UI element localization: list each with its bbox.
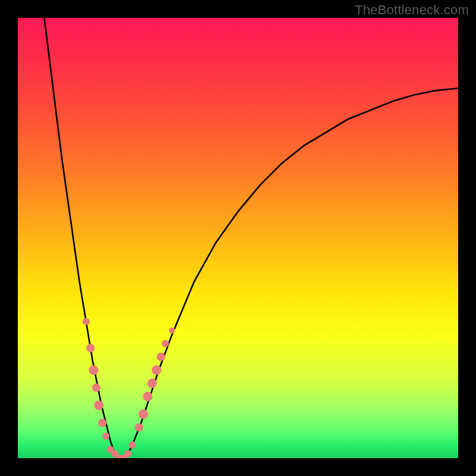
highlight-dot — [98, 419, 107, 427]
highlight-dot — [89, 365, 98, 375]
highlight-dot — [129, 441, 136, 449]
watermark-text: TheBottleneck.com — [355, 2, 469, 18]
highlight-dot — [148, 378, 157, 388]
chart-frame: TheBottleneck.com — [0, 0, 476, 476]
plot-area — [18, 18, 458, 458]
highlight-dot — [135, 423, 143, 431]
highlight-dot — [139, 409, 148, 419]
highlight-dot — [86, 344, 95, 352]
bottleneck-curve-svg — [18, 18, 458, 458]
highlight-dots-group — [83, 318, 175, 458]
highlight-dot — [143, 392, 152, 401]
highlight-dot — [157, 353, 165, 361]
highlight-dot — [92, 384, 101, 392]
highlight-dot — [94, 400, 104, 410]
highlight-dot — [124, 450, 131, 458]
highlight-dot — [152, 365, 161, 375]
highlight-dot — [169, 327, 175, 333]
highlight-dot — [83, 318, 90, 325]
bottleneck-curve-path — [44, 18, 458, 458]
highlight-dot — [102, 433, 109, 440]
highlight-dot — [162, 340, 169, 347]
